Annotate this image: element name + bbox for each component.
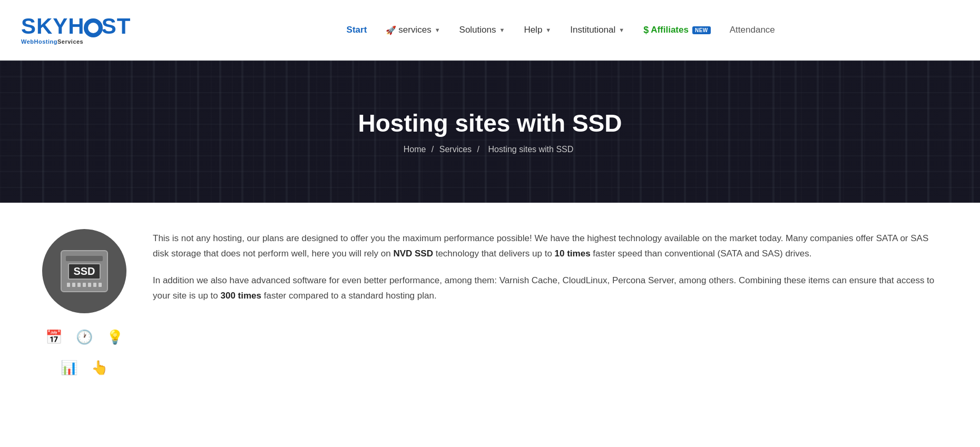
nav-item-start[interactable]: Start <box>339 21 375 39</box>
touch-icon: 👆 <box>89 356 111 379</box>
nav-label-services: services <box>398 25 431 35</box>
nav-label-start: Start <box>347 25 367 35</box>
ssd-bottom-pins <box>67 283 102 287</box>
dollar-icon: $ <box>643 25 649 36</box>
main-nav: Start 🚀 services ▼ Solutions ▼ Help ▼ In… <box>162 21 959 40</box>
nav-item-attendance[interactable]: Attendance <box>722 21 782 39</box>
breadcrumb-current: Hosting sites with SSD <box>488 145 573 154</box>
breadcrumb: Home / Services / Hosting sites with SSD <box>404 145 577 154</box>
breadcrumb-sep1: / <box>432 145 434 154</box>
ssd-icon-circle: SSD <box>42 229 126 313</box>
ssd-top-slot <box>66 256 103 261</box>
caret-services: ▼ <box>435 27 440 33</box>
caret-help: ▼ <box>545 27 551 33</box>
breadcrumb-home[interactable]: Home <box>404 145 426 154</box>
times300-bold: 300 times <box>221 291 262 301</box>
right-column: This is not any hosting, our plans are d… <box>153 229 938 379</box>
logo-text-h: H <box>68 14 84 38</box>
para1-mid: technology that delivers up to <box>433 249 555 259</box>
nav-item-institutional[interactable]: Institutional ▼ <box>563 21 632 39</box>
hero-banner: Hosting sites with SSD Home / Services /… <box>0 61 980 203</box>
caret-institutional: ▼ <box>619 27 624 33</box>
rocket-icon: 🚀 <box>386 25 396 35</box>
para1-end: faster speed than conventional (SATA and… <box>591 249 812 259</box>
hero-title: Hosting sites with SSD <box>358 109 622 137</box>
nav-item-affiliates[interactable]: $ Affiliates NEW <box>636 21 718 40</box>
left-column: SSD 📅 🕐 💡 📊 👆 <box>42 229 126 379</box>
breadcrumb-sep2: / <box>477 145 479 154</box>
nvd-ssd-bold: NVD SSD <box>393 249 433 259</box>
para2-end: faster compared to a standard hosting pl… <box>261 291 437 301</box>
ssd-drive-icon: SSD <box>61 250 108 292</box>
paragraph-2: In addition we also have advanced softwa… <box>153 273 938 304</box>
calendar-icon: 📅 <box>43 326 65 348</box>
times10-bold: 10 times <box>555 249 591 259</box>
nav-label-attendance: Attendance <box>730 25 775 35</box>
logo-text-st: ST <box>102 14 131 38</box>
site-header: SKYHST WebHostingServices Start 🚀 servic… <box>0 0 980 61</box>
nav-item-solutions[interactable]: Solutions ▼ <box>452 21 513 39</box>
logo[interactable]: SKYHST WebHostingServices <box>21 15 131 45</box>
logo-circle-o <box>84 18 103 37</box>
paragraph-1: This is not any hosting, our plans are d… <box>153 231 938 262</box>
nav-item-services[interactable]: 🚀 services ▼ <box>378 21 447 39</box>
logo-subtitle: WebHostingServices <box>21 38 131 45</box>
clock-icon: 🕐 <box>73 326 95 348</box>
breadcrumb-services[interactable]: Services <box>439 145 472 154</box>
nav-label-affiliates: Affiliates <box>651 25 689 35</box>
nav-label-help: Help <box>524 25 542 35</box>
nav-label-institutional: Institutional <box>570 25 615 35</box>
ssd-label: SSD <box>68 263 100 280</box>
lightbulb-icon: 💡 <box>104 326 126 348</box>
nav-label-solutions: Solutions <box>459 25 496 35</box>
content-section: SSD 📅 🕐 💡 📊 👆 This is not any <box>0 203 980 405</box>
chart-icon: 📊 <box>58 356 80 379</box>
new-badge: NEW <box>692 26 711 34</box>
nav-item-help[interactable]: Help ▼ <box>516 21 558 39</box>
mini-icon-row: 📅 🕐 💡 📊 👆 <box>42 326 126 379</box>
logo-text-sky: SKY <box>21 14 68 38</box>
caret-solutions: ▼ <box>499 27 505 33</box>
